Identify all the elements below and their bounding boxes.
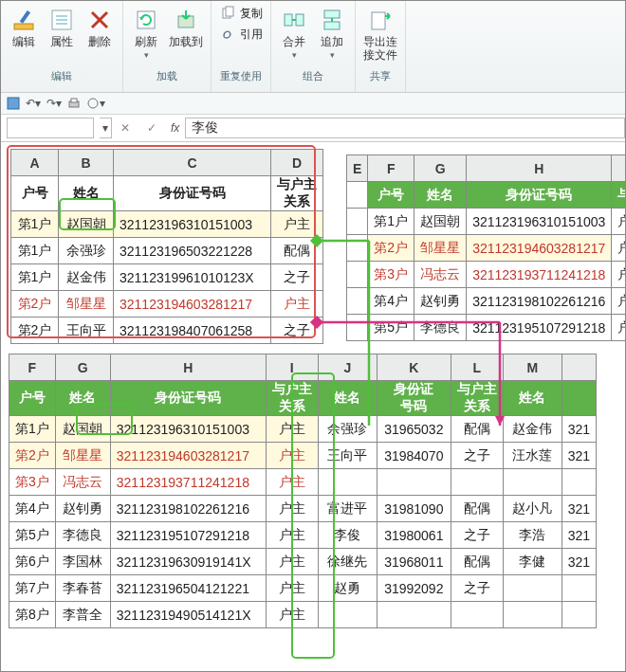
col-letter[interactable]: C <box>114 150 271 176</box>
cell[interactable] <box>377 469 451 496</box>
qat-touch-icon[interactable]: ▾ <box>86 97 105 110</box>
qat-undo-icon[interactable]: ↶▾ <box>26 97 41 110</box>
cell[interactable]: 31980061 <box>377 522 451 549</box>
table-row[interactable]: 第4户赵钊勇321123198102261216户主富进平31981090配偶赵… <box>9 496 597 522</box>
edit-button[interactable]: 编辑 <box>5 3 43 67</box>
cell[interactable]: 第1户 <box>9 416 56 443</box>
table-row[interactable]: 第5户李德良321123195107291218户 <box>347 315 626 341</box>
table-row[interactable]: 第1户赵金伟32112319961010123X之子 <box>11 264 323 291</box>
cell[interactable] <box>562 575 596 602</box>
cell[interactable]: 第2户 <box>11 291 59 318</box>
cell[interactable]: 户主 <box>266 575 318 602</box>
col-letter[interactable]: I <box>266 354 318 381</box>
cell[interactable]: 赵钊勇 <box>414 288 467 315</box>
formula-cancel-icon[interactable]: ✕ <box>112 121 138 135</box>
refresh-button[interactable]: 刷新 ▾ <box>127 3 165 67</box>
cell[interactable]: 第2户 <box>11 318 59 344</box>
cell[interactable]: 之子 <box>451 522 503 549</box>
cell[interactable]: 户主 <box>271 211 323 238</box>
cell[interactable]: 户主 <box>266 416 318 443</box>
table-row[interactable]: 第1户余强珍321123196503221228配偶 <box>11 238 323 264</box>
cell[interactable]: 李浩 <box>503 522 562 549</box>
delete-button[interactable]: 删除 <box>81 3 119 67</box>
col-letter[interactable]: J <box>318 354 377 381</box>
cell[interactable] <box>451 602 503 628</box>
cell[interactable]: 配偶 <box>271 238 323 264</box>
cell[interactable]: 321123196310151003 <box>110 416 266 443</box>
cell[interactable]: 32112319961010123X <box>114 264 271 291</box>
cell[interactable]: 第3户 <box>9 469 56 496</box>
cell[interactable]: 户主 <box>266 443 318 469</box>
cell[interactable]: 321 <box>562 416 596 443</box>
cell[interactable]: 第1户 <box>368 209 414 235</box>
append-button[interactable]: 追加 ▾ <box>313 3 351 67</box>
col-letter[interactable]: L <box>451 354 503 381</box>
table-row[interactable]: 第3户冯志云321123193711241218户主 <box>9 469 597 496</box>
table-row[interactable]: 第7户李春苔321123196504121221户主赵勇31992092之子 <box>9 575 597 602</box>
copy-button[interactable]: 复制 <box>215 3 267 24</box>
cell[interactable]: 赵国朝 <box>55 416 110 443</box>
formula-enter-icon[interactable]: ✓ <box>138 121 165 135</box>
cell[interactable]: 第4户 <box>9 496 56 522</box>
worksheet[interactable]: ABCD户号姓名身份证号码与户主关系第1户赵国朝3211231963101510… <box>1 141 625 671</box>
cell[interactable]: 321123193711241218 <box>467 262 612 288</box>
cell[interactable]: 之子 <box>271 264 323 291</box>
cell[interactable]: 之子 <box>451 443 503 469</box>
cell[interactable]: 31965032 <box>377 416 451 443</box>
cell[interactable] <box>451 469 503 496</box>
cell[interactable]: 户 <box>612 315 625 341</box>
cell[interactable]: 321123196310151003 <box>114 211 271 238</box>
col-letter[interactable]: M <box>503 354 562 381</box>
cell[interactable]: 321123194603281217 <box>467 235 612 262</box>
cell[interactable]: 第3户 <box>368 262 414 288</box>
cell[interactable]: 李普全 <box>55 602 110 628</box>
col-letter[interactable]: F <box>368 155 414 182</box>
cell[interactable]: 第2户 <box>9 443 56 469</box>
cell[interactable]: 王向平 <box>318 443 377 469</box>
cell[interactable]: 户 <box>612 288 625 315</box>
cell[interactable]: 321 <box>562 522 596 549</box>
cell[interactable]: 赵国朝 <box>59 211 114 238</box>
qat-print-icon[interactable] <box>67 97 81 110</box>
col-letter[interactable]: H <box>467 155 612 182</box>
cell[interactable] <box>562 469 596 496</box>
cell[interactable]: 配偶 <box>451 416 503 443</box>
cell[interactable]: 321 <box>562 443 596 469</box>
cell[interactable]: 户主 <box>266 549 318 575</box>
col-letter[interactable]: F <box>9 354 56 381</box>
col-letter[interactable] <box>612 155 625 182</box>
table-row[interactable]: 第3户冯志云321123193711241218户 <box>347 262 626 288</box>
cell[interactable]: 第2户 <box>368 235 414 262</box>
col-letter[interactable]: H <box>110 354 266 381</box>
cell[interactable]: 第5户 <box>368 315 414 341</box>
cell[interactable]: 户 <box>612 209 625 235</box>
cell[interactable] <box>318 602 377 628</box>
table-row[interactable]: 第4户赵钊勇321123198102261216户 <box>347 288 626 315</box>
qat-save-icon[interactable] <box>7 97 20 110</box>
table-row[interactable]: 第6户李国林32112319630919141X户主徐继先31968011配偶李… <box>9 549 597 575</box>
col-letter[interactable] <box>562 354 596 381</box>
cell[interactable]: 之子 <box>451 575 503 602</box>
cell[interactable]: 第1户 <box>11 211 59 238</box>
table-row[interactable]: 第1户赵国朝321123196310151003户主余强珍31965032配偶赵… <box>9 416 597 443</box>
cell[interactable]: 31984070 <box>377 443 451 469</box>
cell[interactable]: 31992092 <box>377 575 451 602</box>
name-box-dropdown[interactable]: ▾ <box>100 118 112 138</box>
cell[interactable]: 李春苔 <box>55 575 110 602</box>
cell[interactable]: 第8户 <box>9 602 56 628</box>
cell[interactable]: 第1户 <box>11 264 59 291</box>
export-conn-button[interactable]: 导出连 接文件 <box>359 3 401 67</box>
cell[interactable]: 余强珍 <box>59 238 114 264</box>
col-letter[interactable]: G <box>55 354 110 381</box>
cell[interactable]: 王向平 <box>59 318 114 344</box>
cell[interactable]: 第5户 <box>9 522 56 549</box>
table-row[interactable]: 第2户邹星星321123194603281217户 <box>347 235 626 262</box>
table-row[interactable]: 第2户邹星星321123194603281217户主王向平31984070之子汪… <box>9 443 597 469</box>
cell[interactable]: 321123198407061258 <box>114 318 271 344</box>
cell[interactable]: 321123196504121221 <box>110 575 266 602</box>
cell[interactable]: 李健 <box>503 549 562 575</box>
cell[interactable]: 配偶 <box>451 496 503 522</box>
cell[interactable] <box>503 469 562 496</box>
cell[interactable]: 31981090 <box>377 496 451 522</box>
cell[interactable]: 冯志云 <box>414 262 467 288</box>
